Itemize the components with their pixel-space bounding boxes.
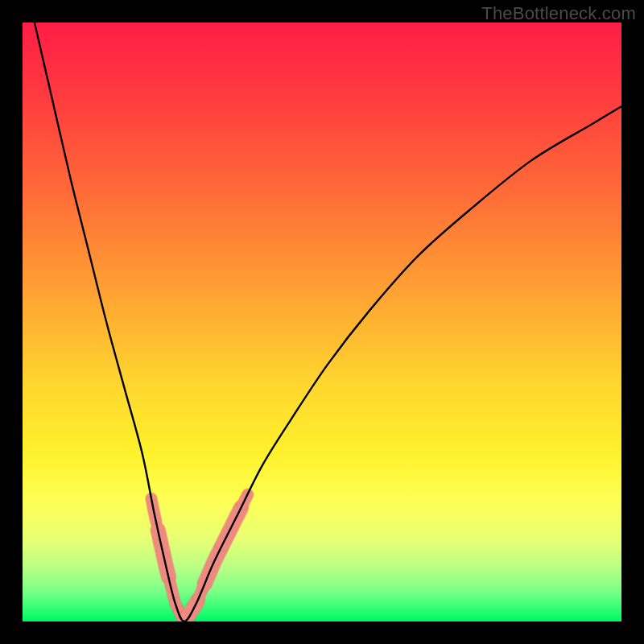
- watermark-text: TheBottleneck.com: [481, 3, 636, 24]
- bottleneck-curve-path: [35, 23, 621, 621]
- highlight-group: [151, 494, 248, 621]
- plot-area: [23, 23, 621, 621]
- bottleneck-curve-svg: [23, 23, 621, 621]
- chart-frame: TheBottleneck.com: [0, 0, 644, 644]
